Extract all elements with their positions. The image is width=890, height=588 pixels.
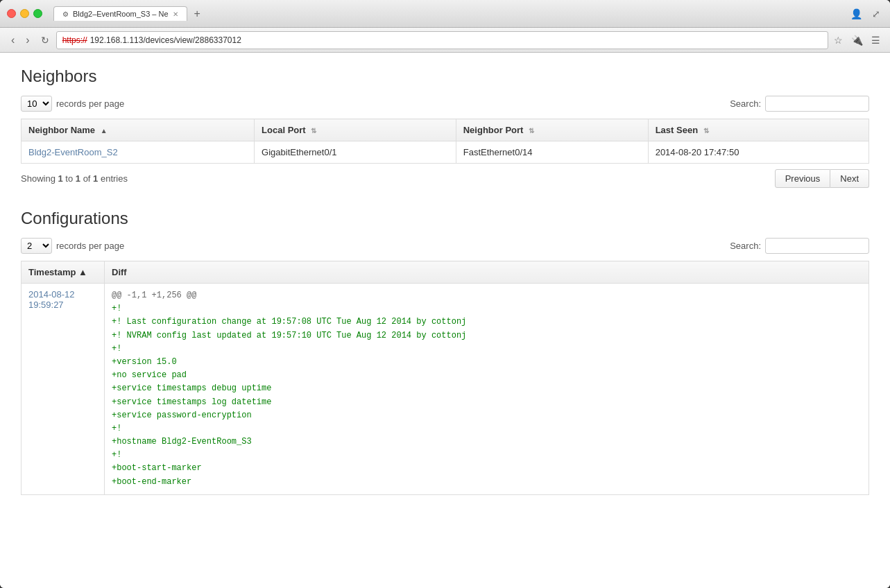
tab-label: Bldg2–EventRoom_S3 – Ne — [73, 10, 169, 18]
bookmark-button[interactable]: ☆ — [831, 33, 846, 47]
neighbor-name-link[interactable]: Bldg2-EventRoom_S2 — [28, 147, 118, 157]
neighbor-port-cell: FastEthernet0/14 — [456, 141, 648, 164]
configurations-table-controls: 2 10 25 records per page Search: — [21, 238, 869, 254]
extension-icon[interactable]: 🔌 — [848, 33, 866, 47]
browser-toolbar: ‹ › ↻ https:// 192.168.1.113/devices/vie… — [0, 28, 890, 53]
sort-both-icon: ⇅ — [311, 127, 316, 135]
diff-header-line: @@ -1,1 +1,256 @@ — [112, 291, 196, 300]
neighbors-table-head: Neighbor Name ▲ Local Port ⇅ Neighbor Po… — [22, 119, 869, 141]
active-tab[interactable]: ⚙ Bldg2–EventRoom_S3 – Ne ✕ — [53, 6, 187, 21]
user-icon-button[interactable]: 👤 — [848, 7, 865, 21]
col-neighbor-name[interactable]: Neighbor Name ▲ — [22, 119, 255, 141]
diff-line-10: +! — [112, 424, 121, 433]
last-seen-cell: 2014-08-20 17:47:50 — [648, 141, 868, 164]
diff-line-14: +boot-end-marker — [112, 477, 191, 487]
browser-controls-right: 👤 ⤢ — [848, 7, 883, 21]
minimize-button[interactable] — [20, 9, 29, 18]
diff-line-12: +! — [112, 450, 121, 460]
pagination-buttons: Previous Next — [775, 169, 869, 188]
diff-line-6: +no service pad — [112, 370, 187, 380]
diff-line-1: +! — [112, 304, 121, 313]
page-content: Neighbors 10 25 50 records per page Sear… — [0, 53, 890, 588]
timestamp-link[interactable]: 2014-08-1219:59:27 — [28, 289, 75, 310]
diff-cell: @@ -1,1 +1,256 @@ +! +! Last configurati… — [105, 284, 869, 495]
col-last-seen[interactable]: Last Seen ⇅ — [648, 119, 868, 141]
neighbors-title: Neighbors — [21, 67, 869, 86]
diff-line-4: +! — [112, 344, 121, 354]
close-button[interactable] — [7, 9, 16, 18]
sort-both-icon-2: ⇅ — [529, 127, 534, 135]
tab-bar: ⚙ Bldg2–EventRoom_S3 – Ne ✕ + — [53, 6, 842, 21]
configurations-table: Timestamp ▲ Diff 2014-08-1219:59:27 — [21, 261, 869, 495]
sort-both-icon-3: ⇅ — [703, 127, 709, 135]
configurations-table-body: 2014-08-1219:59:27 @@ -1,1 +1,256 @@ +! … — [22, 284, 869, 495]
showing-prefix: Showing — [21, 173, 58, 184]
tab-close-icon[interactable]: ✕ — [173, 10, 178, 18]
neighbors-table: Neighbor Name ▲ Local Port ⇅ Neighbor Po… — [21, 119, 869, 164]
diff-line-3: +! NVRAM config last updated at 19:57:10… — [112, 331, 466, 340]
configurations-section: Configurations 2 10 25 records per page … — [21, 209, 869, 495]
fullscreen-button[interactable] — [33, 9, 42, 18]
diff-line-7: +service timestamps debug uptime — [112, 383, 271, 393]
configurations-per-page-label: records per page — [56, 241, 124, 251]
neighbors-table-controls: 10 25 50 records per page Search: — [21, 96, 869, 112]
back-button[interactable]: ‹ — [7, 33, 19, 48]
configurations-search-label: Search: — [730, 241, 761, 251]
configurations-header-row: Timestamp ▲ Diff — [22, 261, 869, 284]
table-row: 2014-08-1219:59:27 @@ -1,1 +1,256 @@ +! … — [22, 284, 869, 495]
col-timestamp-label: Timestamp — [28, 267, 76, 277]
url-main: 192.168.1.113/devices/view/2886337012 — [90, 35, 241, 45]
traffic-lights — [7, 9, 42, 18]
browser-titlebar: ⚙ Bldg2–EventRoom_S3 – Ne ✕ + 👤 ⤢ — [0, 0, 890, 28]
diff-line-11: +hostname Bldg2-EventRoom_S3 — [112, 437, 252, 447]
maximize-button[interactable]: ⤢ — [869, 7, 883, 21]
neighbors-search-control: Search: — [730, 96, 869, 112]
local-port-cell: GigabitEthernet0/1 — [255, 141, 456, 164]
col-neighbor-port[interactable]: Neighbor Port ⇅ — [456, 119, 648, 141]
table-row: Bldg2-EventRoom_S2 GigabitEthernet0/1 Fa… — [22, 141, 869, 164]
menu-button[interactable]: ☰ — [868, 33, 883, 47]
diff-content: @@ -1,1 +1,256 @@ +! +! Last configurati… — [112, 289, 862, 489]
neighbors-search-label: Search: — [730, 98, 761, 109]
showing-mid1: to — [63, 173, 76, 184]
tab-icon: ⚙ — [62, 10, 69, 18]
configurations-per-page-control: 2 10 25 records per page — [21, 238, 124, 254]
neighbors-per-page-label: records per page — [56, 98, 124, 109]
configurations-table-head: Timestamp ▲ Diff — [22, 261, 869, 284]
timestamp-cell: 2014-08-1219:59:27 — [22, 284, 105, 495]
timestamp-sort-icon: ▲ — [78, 267, 87, 277]
reload-button[interactable]: ↻ — [37, 33, 53, 47]
showing-text: Showing 1 to 1 of 1 entries — [21, 173, 128, 184]
col-last-seen-label: Last Seen — [656, 125, 698, 135]
showing-mid2: of — [80, 173, 93, 184]
diff-line-13: +boot-start-marker — [112, 463, 202, 473]
browser-window: ⚙ Bldg2–EventRoom_S3 – Ne ✕ + 👤 ⤢ ‹ › ↻ … — [0, 0, 890, 588]
neighbors-per-page-select[interactable]: 10 25 50 — [21, 96, 52, 112]
neighbors-pagination: Showing 1 to 1 of 1 entries Previous Nex… — [21, 169, 869, 188]
neighbors-per-page-control: 10 25 50 records per page — [21, 96, 124, 112]
forward-button[interactable]: › — [22, 33, 33, 48]
showing-suffix: entries — [98, 173, 128, 184]
configurations-search-control: Search: — [730, 238, 869, 254]
col-diff[interactable]: Diff — [105, 261, 869, 284]
neighbors-search-input[interactable] — [765, 96, 869, 112]
new-tab-button[interactable]: + — [190, 6, 205, 21]
neighbors-section: Neighbors 10 25 50 records per page Sear… — [21, 67, 869, 188]
col-neighbor-name-label: Neighbor Name — [28, 125, 95, 135]
url-warning: https:// — [62, 35, 87, 45]
diff-line-8: +service timestamps log datetime — [112, 397, 271, 407]
col-local-port-label: Local Port — [262, 125, 306, 135]
configurations-per-page-select[interactable]: 2 10 25 — [21, 238, 52, 254]
address-bar-wrapper[interactable]: https:// 192.168.1.113/devices/view/2886… — [56, 31, 828, 49]
showing-end: 1 — [76, 173, 80, 184]
neighbor-name-cell: Bldg2-EventRoom_S2 — [22, 141, 255, 164]
col-timestamp[interactable]: Timestamp ▲ — [22, 261, 105, 284]
configurations-title: Configurations — [21, 209, 869, 228]
col-local-port[interactable]: Local Port ⇅ — [255, 119, 456, 141]
diff-line-5: +version 15.0 — [112, 357, 177, 367]
col-diff-label: Diff — [112, 267, 127, 277]
previous-button[interactable]: Previous — [775, 169, 831, 188]
neighbors-header-row: Neighbor Name ▲ Local Port ⇅ Neighbor Po… — [22, 119, 869, 141]
next-button[interactable]: Next — [830, 169, 869, 188]
configurations-search-input[interactable] — [765, 238, 869, 254]
